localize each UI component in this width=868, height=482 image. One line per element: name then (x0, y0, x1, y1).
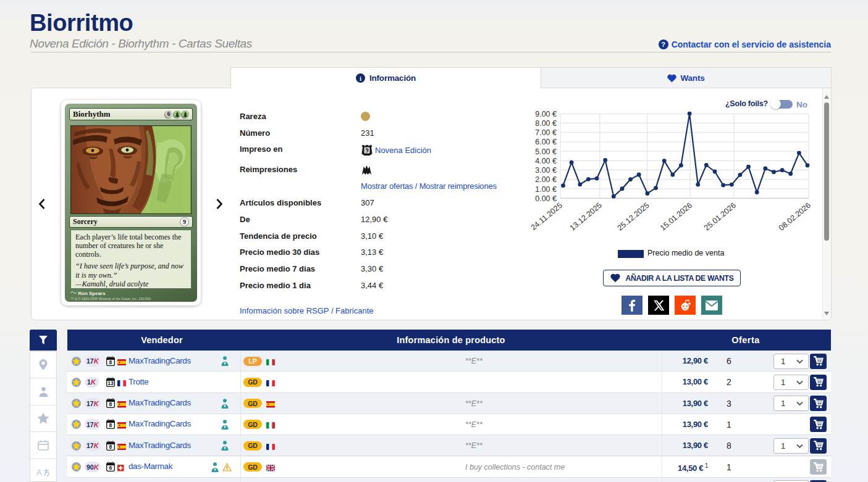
svg-text:A: A (36, 468, 42, 477)
svg-text:13.12.2025: 13.12.2025 (568, 201, 604, 233)
svg-text:24.11.2025: 24.11.2025 (531, 201, 564, 232)
svg-text:15.01.2026: 15.01.2026 (659, 201, 694, 233)
svg-text:8: 8 (109, 423, 112, 429)
svg-text:25.12.2025: 25.12.2025 (616, 201, 651, 233)
svg-text:6: 6 (109, 465, 112, 471)
svg-text:8: 8 (109, 401, 112, 407)
svg-text:3.00 €: 3.00 € (535, 166, 557, 175)
svg-text:6.00 €: 6.00 € (535, 138, 557, 146)
svg-text:08.02.2026: 08.02.2026 (777, 201, 812, 233)
svg-text:13: 13 (107, 380, 114, 386)
svg-text:8.00 €: 8.00 € (535, 119, 557, 128)
svg-text:9: 9 (366, 148, 369, 154)
svg-text:8: 8 (109, 444, 112, 450)
svg-text:1.00 €: 1.00 € (535, 185, 557, 194)
svg-text:8: 8 (109, 359, 112, 365)
svg-text:4.00 €: 4.00 € (535, 157, 557, 165)
svg-text:25.01.2026: 25.01.2026 (702, 201, 738, 233)
svg-text:7.00 €: 7.00 € (535, 128, 557, 137)
svg-text:5.00 €: 5.00 € (535, 148, 557, 156)
svg-text:0.00 €: 0.00 € (535, 194, 557, 203)
svg-text:2.00 €: 2.00 € (535, 175, 557, 184)
svg-text:9.00 €: 9.00 € (535, 110, 557, 118)
